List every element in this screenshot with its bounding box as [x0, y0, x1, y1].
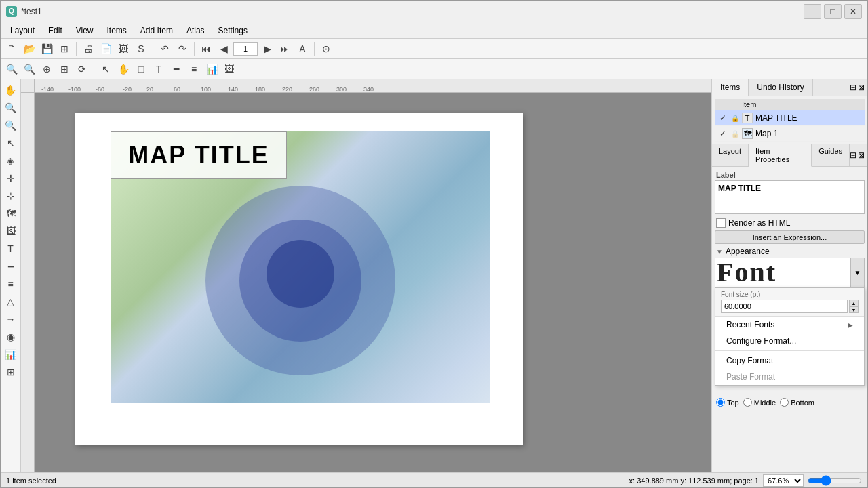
- arrow-tool[interactable]: →: [3, 311, 19, 327]
- add-picture[interactable]: 🖼: [221, 61, 237, 77]
- ruler-vertical: [21, 93, 35, 472]
- save-button[interactable]: 💾: [39, 41, 55, 57]
- align-middle-radio[interactable]: Middle: [743, 398, 776, 407]
- zoom-slider[interactable]: [808, 475, 862, 486]
- zoom-full-button[interactable]: ⊕: [39, 61, 55, 77]
- redo-button[interactable]: ↷: [174, 41, 191, 57]
- align-top-input[interactable]: [716, 398, 725, 407]
- align-bottom-input[interactable]: [780, 398, 789, 407]
- insert-expression-button[interactable]: Insert an Expression...: [715, 230, 865, 244]
- atlas-button[interactable]: A: [294, 41, 311, 57]
- zoom-fit[interactable]: ⊙: [318, 41, 334, 57]
- zoom-in-tool[interactable]: 🔍: [3, 100, 19, 116]
- close-button[interactable]: ✕: [844, 4, 862, 19]
- menu-settings[interactable]: Settings: [212, 24, 254, 37]
- select-tool[interactable]: ↖: [3, 135, 19, 151]
- lock-1[interactable]: 🔒: [730, 113, 741, 123]
- add-label[interactable]: T: [151, 61, 167, 77]
- render-html-checkbox[interactable]: [716, 218, 726, 228]
- add-map[interactable]: □: [133, 61, 149, 77]
- recent-fonts-item[interactable]: Recent Fonts ▶: [715, 317, 864, 333]
- tab-items[interactable]: Items: [712, 79, 749, 96]
- panel-detach-icon[interactable]: ⊠: [858, 83, 865, 92]
- label-tool[interactable]: T: [3, 241, 19, 257]
- add-chart[interactable]: 📊: [203, 61, 220, 77]
- maximize-button[interactable]: □: [824, 4, 842, 19]
- scalebar-tool[interactable]: ━: [3, 258, 19, 274]
- items-row-map-title[interactable]: ✓ 🔒 T MAP TITLE: [715, 110, 865, 126]
- font-size-up[interactable]: ▲: [849, 300, 859, 306]
- copy-format-item[interactable]: Copy Format: [715, 352, 864, 369]
- map-title-box[interactable]: MAP TITLE: [111, 131, 287, 179]
- pan-tool[interactable]: ✋: [3, 82, 19, 98]
- canvas-area[interactable]: -140 -100 -60 -20 20 60 100 140 180 220 …: [21, 79, 711, 472]
- map-tool[interactable]: 🗺: [3, 205, 19, 222]
- nav-last[interactable]: ⏭: [277, 41, 293, 57]
- props-panel-collapse[interactable]: ⊟: [850, 150, 856, 160]
- export-svg-button[interactable]: S: [133, 41, 149, 57]
- zoom-out-button[interactable]: 🔍: [21, 61, 37, 77]
- menu-items[interactable]: Items: [100, 24, 134, 37]
- new-button[interactable]: 🗋: [3, 41, 20, 57]
- move-content[interactable]: ✋: [115, 61, 132, 77]
- node-tool[interactable]: ◉: [3, 329, 19, 345]
- items-row-map1[interactable]: ✓ 🔒 🗺 Map 1: [715, 126, 865, 142]
- move-content-tool[interactable]: ⊹: [3, 188, 19, 204]
- menu-view[interactable]: View: [69, 24, 100, 37]
- zoom-out-tool[interactable]: 🔍: [3, 117, 19, 134]
- add-legend[interactable]: ≡: [186, 61, 202, 77]
- legend-tool[interactable]: ≡: [3, 276, 19, 292]
- zoom-in-button[interactable]: 🔍: [3, 61, 20, 77]
- export-img-button[interactable]: 🖼: [115, 41, 132, 57]
- menu-add-item[interactable]: Add Item: [134, 24, 180, 37]
- label-value-box[interactable]: MAP TITLE: [715, 180, 865, 214]
- export-pdf-button[interactable]: 📄: [98, 41, 114, 57]
- menu-edit[interactable]: Edit: [41, 24, 69, 37]
- nav-next[interactable]: ▶: [259, 41, 275, 57]
- canvas-content[interactable]: MAP TITLE: [35, 93, 711, 472]
- map-frame[interactable]: MAP TITLE: [111, 131, 490, 403]
- visibility-check-1[interactable]: ✓: [717, 113, 728, 123]
- tab-undo-history[interactable]: Undo History: [749, 79, 812, 96]
- shapes-tool[interactable]: △: [3, 293, 19, 310]
- tab-item-properties[interactable]: Item Properties: [749, 144, 812, 167]
- menu-atlas[interactable]: Atlas: [180, 24, 212, 37]
- appearance-header[interactable]: ▼ Appearance: [715, 245, 865, 258]
- font-preview-box[interactable]: Font ▼: [715, 258, 865, 287]
- refresh-button[interactable]: ⟳: [74, 61, 90, 77]
- tab-layout[interactable]: Layout: [712, 144, 749, 166]
- align-bottom-radio[interactable]: Bottom: [780, 398, 814, 407]
- visibility-check-2[interactable]: ✓: [717, 128, 728, 139]
- print-button[interactable]: 🖨: [80, 41, 96, 57]
- configure-format-item[interactable]: Configure Format...: [715, 333, 864, 349]
- font-dropdown-button[interactable]: ▼: [850, 258, 864, 287]
- tab-guides[interactable]: Guides: [812, 144, 850, 166]
- font-size-down[interactable]: ▼: [849, 306, 859, 313]
- add-scalebar[interactable]: ━: [168, 61, 184, 77]
- edit-node-tool[interactable]: ◈: [3, 152, 19, 169]
- panel-collapse-icon[interactable]: ⊟: [850, 83, 856, 92]
- zoom-select[interactable]: 67.6% 50% 100%: [763, 474, 804, 487]
- page-input[interactable]: 1: [233, 42, 258, 56]
- align-top-radio[interactable]: Top: [716, 398, 739, 407]
- map-title-text: MAP TITLE: [128, 141, 269, 169]
- picture-tool[interactable]: 🖼: [3, 223, 19, 239]
- paste-format-item[interactable]: Paste Format: [715, 369, 864, 385]
- nav-prev[interactable]: ◀: [216, 41, 232, 57]
- select-item[interactable]: ↖: [98, 61, 114, 77]
- nav-first[interactable]: ⏮: [198, 41, 214, 57]
- font-size-input[interactable]: [721, 300, 848, 313]
- align-middle-input[interactable]: [743, 398, 752, 407]
- open-button[interactable]: 📂: [21, 41, 37, 57]
- lock-2[interactable]: 🔒: [730, 128, 741, 139]
- chart-tool[interactable]: 📊: [3, 346, 19, 363]
- minimize-button[interactable]: —: [804, 4, 821, 19]
- props-panel-detach[interactable]: ⊠: [858, 150, 865, 160]
- select-all-button[interactable]: ⊞: [56, 61, 73, 77]
- undo-button[interactable]: ↶: [157, 41, 173, 57]
- move-item[interactable]: ✛: [3, 170, 19, 186]
- map-item-icon: 🗺: [742, 128, 753, 139]
- menu-layout[interactable]: Layout: [3, 24, 41, 37]
- table-tool[interactable]: ⊞: [3, 364, 19, 380]
- saveas-button[interactable]: ⊞: [56, 41, 73, 57]
